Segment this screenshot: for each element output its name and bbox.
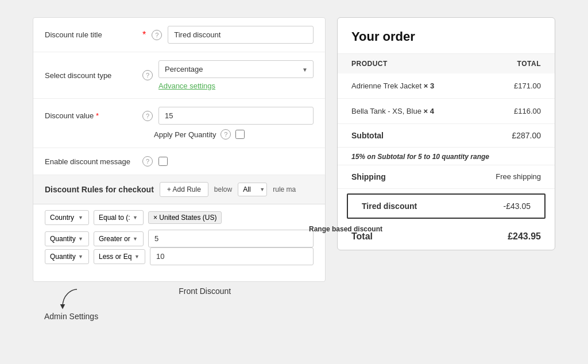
help-icon-type[interactable]: ? bbox=[142, 70, 153, 80]
rule2-operator-wrapper: Greater or ▼ bbox=[94, 231, 144, 246]
admin-arrow-icon bbox=[60, 286, 83, 309]
order-title: Your order bbox=[338, 18, 555, 54]
required-asterisk: * bbox=[142, 30, 146, 40]
help-icon-title[interactable]: ? bbox=[152, 30, 162, 40]
rule3-operator-wrapper: Less or Eq ▼ bbox=[94, 249, 145, 264]
rule-row-2: Quantity Country ▼ Greater or ▼ bbox=[45, 230, 314, 247]
rule3-type-wrapper: Quantity Country ▼ bbox=[45, 249, 89, 264]
main-container: Discount rule title * ? Select discount … bbox=[0, 0, 588, 364]
rule2-operator-select[interactable]: Greater or bbox=[94, 231, 144, 246]
discount-rule-title-area bbox=[168, 26, 314, 44]
discount-label: Tired discount bbox=[362, 202, 417, 211]
help-icon-apply-qty[interactable]: ? bbox=[220, 129, 231, 140]
rule-row-3: Quantity Country ▼ Less or Eq ▼ bbox=[45, 247, 314, 265]
order-item-2: Bella Tank - XS, Blue × 4 £116.00 bbox=[338, 99, 555, 124]
help-icon-message[interactable]: ? bbox=[142, 156, 153, 166]
rule3-value-input[interactable] bbox=[150, 247, 314, 265]
order-note-row: 15% on Subtotal for 5 to 10 quantity ran… bbox=[338, 148, 555, 165]
discount-rules-header: Discount Rules for checkout + Add Rule b… bbox=[33, 175, 325, 204]
discount-value-area bbox=[158, 107, 314, 125]
item2-name: Bella Tank - XS, Blue × 4 bbox=[351, 107, 434, 115]
select-discount-type-row: Select discount type ? Percentage Fixed … bbox=[33, 52, 325, 99]
all-select[interactable]: All Any bbox=[238, 183, 267, 196]
order-table-header: PRODUCT TOTAL bbox=[338, 54, 555, 73]
below-text: below bbox=[214, 185, 232, 193]
advance-settings-link[interactable]: Advance settings bbox=[158, 82, 314, 90]
enable-discount-message-checkbox[interactable] bbox=[158, 157, 168, 166]
discount-rule-title-row: Discount rule title * ? bbox=[33, 18, 325, 52]
help-icon-value[interactable]: ? bbox=[142, 111, 153, 121]
order-item-1: Adrienne Trek Jacket × 3 £171.00 bbox=[338, 73, 555, 99]
admin-panel: Discount rule title * ? Select discount … bbox=[33, 17, 326, 282]
subtotal-value: £287.00 bbox=[512, 131, 541, 140]
enable-discount-message-label: Enable discount message bbox=[45, 157, 137, 166]
rule3-type-select[interactable]: Quantity Country bbox=[45, 249, 89, 264]
select-discount-type-label: Select discount type bbox=[45, 71, 137, 80]
rule1-value-tag: × United States (US) bbox=[148, 211, 222, 224]
front-discount-text: Front Discount bbox=[179, 286, 231, 296]
discount-type-area: Percentage Fixed Fixed per item ▼ Advanc… bbox=[158, 60, 314, 90]
annotation-labels: Admin Settings Front Discount bbox=[33, 282, 326, 321]
discount-rule-title-label: Discount rule title bbox=[45, 30, 137, 39]
rule2-type-select[interactable]: Quantity Country bbox=[45, 231, 89, 246]
col-total: TOTAL bbox=[517, 60, 541, 68]
order-shipping-row: Shipping Free shipping bbox=[338, 165, 555, 189]
rule3-operator-select[interactable]: Less or Eq bbox=[94, 249, 145, 264]
apply-per-quantity-label: Apply Per Quantity bbox=[154, 130, 216, 139]
add-rule-button[interactable]: + Add Rule bbox=[160, 182, 208, 197]
discount-value-row: Discount value * ? bbox=[45, 107, 314, 125]
discount-rules-title: Discount Rules for checkout bbox=[45, 185, 154, 194]
admin-settings-text: Admin Settings bbox=[44, 312, 98, 321]
discount-type-select[interactable]: Percentage Fixed Fixed per item bbox=[158, 60, 314, 78]
item1-name: Adrienne Trek Jacket × 3 bbox=[351, 82, 434, 90]
apply-per-quantity-row: Apply Per Quantity ? bbox=[154, 129, 314, 140]
discount-value: -£43.05 bbox=[504, 202, 531, 211]
rule1-operator-select[interactable]: Equal to (: bbox=[94, 210, 144, 225]
order-discount-row: Tired discount -£43.05 bbox=[347, 193, 546, 219]
order-panel: Your order PRODUCT TOTAL Adrienne Trek J… bbox=[337, 17, 555, 250]
rule2-value-input[interactable] bbox=[148, 230, 314, 247]
shipping-value: Free shipping bbox=[496, 172, 541, 181]
discount-value-label: Discount value * bbox=[45, 111, 137, 120]
rule-ma-text: rule ma bbox=[273, 185, 296, 193]
front-discount-label: Front Discount bbox=[179, 286, 231, 321]
rule1-operator-wrapper: Equal to (: ▼ bbox=[94, 210, 144, 225]
order-note-text: 15% on Subtotal for 5 to 10 quantity ran… bbox=[351, 153, 489, 161]
rule-rows: Country Quantity ▼ Equal to (: ▼ bbox=[33, 204, 325, 276]
col-product: PRODUCT bbox=[351, 60, 388, 68]
order-subtotal-row: Subtotal £287.00 bbox=[338, 124, 555, 148]
item2-price: £116.00 bbox=[514, 107, 541, 115]
rule1-type-select[interactable]: Country Quantity bbox=[45, 210, 89, 225]
subtotal-label: Subtotal bbox=[351, 131, 384, 140]
discount-value-section: Discount value * ? Apply Per Quantity ? bbox=[33, 99, 325, 148]
panel-spacer bbox=[33, 276, 325, 281]
admin-settings-label: Admin Settings bbox=[44, 286, 98, 321]
discount-rule-title-input[interactable] bbox=[168, 26, 314, 44]
discount-type-select-wrapper: Percentage Fixed Fixed per item ▼ bbox=[158, 60, 314, 78]
enable-discount-message-row: Enable discount message ? bbox=[33, 148, 325, 175]
discount-value-input[interactable] bbox=[158, 107, 314, 125]
rule-row-1: Country Quantity ▼ Equal to (: ▼ bbox=[45, 210, 314, 225]
item1-price: £171.00 bbox=[514, 82, 541, 90]
all-select-wrapper: All Any ▼ bbox=[238, 183, 267, 196]
total-value: £243.95 bbox=[508, 231, 541, 242]
rule1-type-wrapper: Country Quantity ▼ bbox=[45, 210, 89, 225]
panels-wrapper: Discount rule title * ? Select discount … bbox=[33, 11, 555, 321]
range-based-discount-badge: Range based discount bbox=[309, 225, 382, 233]
rule2-type-wrapper: Quantity Country ▼ bbox=[45, 231, 89, 246]
apply-per-quantity-checkbox[interactable] bbox=[235, 130, 245, 139]
left-section: Discount rule title * ? Select discount … bbox=[33, 11, 326, 321]
shipping-label: Shipping bbox=[351, 172, 386, 181]
